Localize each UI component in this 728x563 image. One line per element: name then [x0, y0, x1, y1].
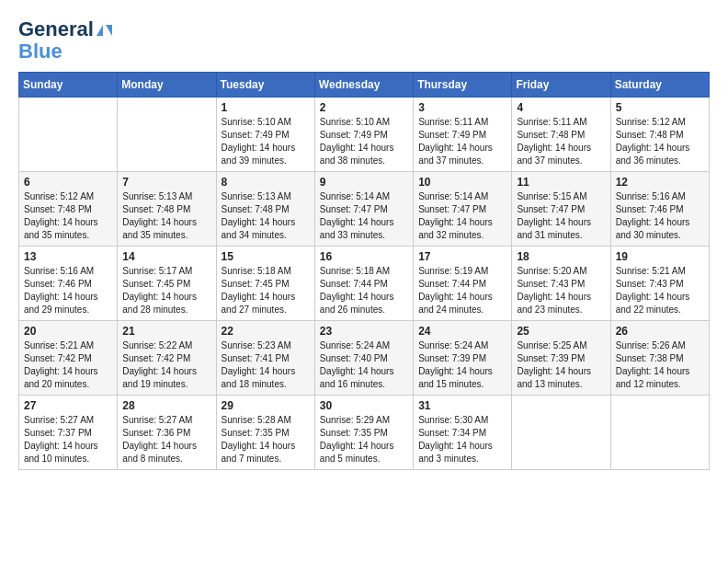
day-number: 15: [222, 250, 310, 263]
day-info: Sunrise: 5:30 AM Sunset: 7:34 PM Dayligh…: [418, 414, 506, 465]
day-cell: 23Sunrise: 5:24 AM Sunset: 7:40 PM Dayli…: [314, 321, 413, 396]
day-info: Sunrise: 5:19 AM Sunset: 7:44 PM Dayligh…: [418, 265, 506, 316]
day-cell: 7Sunrise: 5:13 AM Sunset: 7:48 PM Daylig…: [118, 172, 216, 247]
day-number: 17: [418, 250, 506, 263]
day-number: 12: [616, 176, 704, 189]
day-number: 28: [122, 399, 210, 412]
day-cell: 2Sunrise: 5:10 AM Sunset: 7:49 PM Daylig…: [314, 98, 413, 172]
day-cell: 24Sunrise: 5:24 AM Sunset: 7:39 PM Dayli…: [414, 321, 512, 396]
day-cell: 3Sunrise: 5:11 AM Sunset: 7:49 PM Daylig…: [414, 98, 512, 172]
day-cell: 5Sunrise: 5:12 AM Sunset: 7:48 PM Daylig…: [610, 98, 709, 172]
day-cell: 20Sunrise: 5:21 AM Sunset: 7:42 PM Dayli…: [19, 321, 118, 396]
day-number: 25: [517, 325, 605, 338]
day-info: Sunrise: 5:26 AM Sunset: 7:38 PM Dayligh…: [616, 339, 704, 391]
day-cell: 31Sunrise: 5:30 AM Sunset: 7:34 PM Dayli…: [414, 396, 512, 470]
week-row-2: 6Sunrise: 5:12 AM Sunset: 7:48 PM Daylig…: [19, 172, 710, 247]
day-cell: 14Sunrise: 5:17 AM Sunset: 7:45 PM Dayli…: [118, 247, 216, 321]
day-info: Sunrise: 5:20 AM Sunset: 7:43 PM Dayligh…: [517, 265, 605, 316]
day-info: Sunrise: 5:22 AM Sunset: 7:42 PM Dayligh…: [122, 339, 210, 391]
day-info: Sunrise: 5:24 AM Sunset: 7:40 PM Dayligh…: [320, 339, 408, 391]
weekday-header-tuesday: Tuesday: [216, 73, 314, 98]
weekday-header-wednesday: Wednesday: [314, 73, 413, 98]
day-cell: 16Sunrise: 5:18 AM Sunset: 7:44 PM Dayli…: [314, 247, 413, 321]
week-row-3: 13Sunrise: 5:16 AM Sunset: 7:46 PM Dayli…: [19, 247, 710, 321]
day-cell: 29Sunrise: 5:28 AM Sunset: 7:35 PM Dayli…: [216, 396, 314, 470]
day-number: 13: [24, 250, 112, 263]
weekday-header-monday: Monday: [118, 73, 216, 98]
week-row-4: 20Sunrise: 5:21 AM Sunset: 7:42 PM Dayli…: [19, 321, 710, 396]
day-info: Sunrise: 5:27 AM Sunset: 7:37 PM Dayligh…: [24, 414, 112, 465]
day-cell: 21Sunrise: 5:22 AM Sunset: 7:42 PM Dayli…: [118, 321, 216, 396]
day-cell: [118, 98, 216, 172]
day-cell: 12Sunrise: 5:16 AM Sunset: 7:46 PM Dayli…: [610, 172, 709, 247]
day-cell: 18Sunrise: 5:20 AM Sunset: 7:43 PM Dayli…: [512, 247, 610, 321]
day-number: 2: [320, 101, 408, 114]
day-cell: 17Sunrise: 5:19 AM Sunset: 7:44 PM Dayli…: [414, 247, 512, 321]
day-cell: 19Sunrise: 5:21 AM Sunset: 7:43 PM Dayli…: [610, 247, 709, 321]
day-info: Sunrise: 5:10 AM Sunset: 7:49 PM Dayligh…: [222, 116, 310, 167]
day-number: 27: [24, 399, 112, 412]
day-number: 30: [320, 399, 408, 412]
day-number: 18: [517, 250, 605, 263]
day-cell: 15Sunrise: 5:18 AM Sunset: 7:45 PM Dayli…: [216, 247, 314, 321]
day-info: Sunrise: 5:25 AM Sunset: 7:39 PM Dayligh…: [517, 339, 605, 391]
day-number: 11: [517, 176, 605, 189]
day-info: Sunrise: 5:28 AM Sunset: 7:35 PM Dayligh…: [222, 414, 310, 465]
day-info: Sunrise: 5:18 AM Sunset: 7:45 PM Dayligh…: [222, 265, 310, 316]
day-number: 1: [222, 101, 310, 114]
logo-general: General: [18, 18, 94, 40]
day-number: 24: [418, 325, 506, 338]
day-number: 22: [222, 325, 310, 338]
day-info: Sunrise: 5:17 AM Sunset: 7:45 PM Dayligh…: [122, 265, 210, 316]
day-number: 14: [122, 250, 210, 263]
day-info: Sunrise: 5:10 AM Sunset: 7:49 PM Dayligh…: [320, 116, 408, 167]
logo-blue: Blue: [18, 40, 63, 63]
day-cell: 13Sunrise: 5:16 AM Sunset: 7:46 PM Dayli…: [19, 247, 118, 321]
day-info: Sunrise: 5:12 AM Sunset: 7:48 PM Dayligh…: [616, 116, 704, 167]
day-info: Sunrise: 5:24 AM Sunset: 7:39 PM Dayligh…: [418, 339, 506, 391]
day-info: Sunrise: 5:21 AM Sunset: 7:42 PM Dayligh…: [24, 339, 112, 391]
weekday-header-saturday: Saturday: [610, 73, 709, 98]
day-number: 4: [517, 101, 605, 114]
day-number: 23: [320, 325, 408, 338]
day-number: 3: [418, 101, 506, 114]
day-info: Sunrise: 5:21 AM Sunset: 7:43 PM Dayligh…: [616, 265, 704, 316]
day-number: 19: [616, 250, 704, 263]
day-cell: 25Sunrise: 5:25 AM Sunset: 7:39 PM Dayli…: [512, 321, 610, 396]
logo-text-block: General Blue: [18, 18, 112, 63]
day-number: 6: [24, 176, 112, 189]
day-info: Sunrise: 5:29 AM Sunset: 7:35 PM Dayligh…: [320, 414, 408, 465]
day-cell: 26Sunrise: 5:26 AM Sunset: 7:38 PM Dayli…: [610, 321, 709, 396]
logo: General Blue: [18, 18, 112, 63]
day-number: 5: [616, 101, 704, 114]
day-number: 31: [418, 399, 506, 412]
day-cell: 11Sunrise: 5:15 AM Sunset: 7:47 PM Dayli…: [512, 172, 610, 247]
day-cell: 6Sunrise: 5:12 AM Sunset: 7:48 PM Daylig…: [19, 172, 118, 247]
day-info: Sunrise: 5:15 AM Sunset: 7:47 PM Dayligh…: [517, 190, 605, 242]
weekday-header-sunday: Sunday: [19, 73, 118, 98]
day-number: 16: [320, 250, 408, 263]
calendar-table: SundayMondayTuesdayWednesdayThursdayFrid…: [18, 72, 710, 470]
day-cell: 4Sunrise: 5:11 AM Sunset: 7:48 PM Daylig…: [512, 98, 610, 172]
day-cell: 22Sunrise: 5:23 AM Sunset: 7:41 PM Dayli…: [216, 321, 314, 396]
day-info: Sunrise: 5:16 AM Sunset: 7:46 PM Dayligh…: [24, 265, 112, 316]
day-info: Sunrise: 5:11 AM Sunset: 7:49 PM Dayligh…: [418, 116, 506, 167]
day-number: 9: [320, 176, 408, 189]
week-row-5: 27Sunrise: 5:27 AM Sunset: 7:37 PM Dayli…: [19, 396, 710, 470]
day-number: 21: [122, 325, 210, 338]
day-cell: [610, 396, 709, 470]
day-info: Sunrise: 5:13 AM Sunset: 7:48 PM Dayligh…: [122, 190, 210, 242]
page-header: General Blue: [18, 18, 710, 63]
day-cell: 30Sunrise: 5:29 AM Sunset: 7:35 PM Dayli…: [314, 396, 413, 470]
day-number: 29: [222, 399, 310, 412]
day-number: 7: [122, 176, 210, 189]
day-number: 10: [418, 176, 506, 189]
weekday-header-thursday: Thursday: [414, 73, 512, 98]
day-cell: 28Sunrise: 5:27 AM Sunset: 7:36 PM Dayli…: [118, 396, 216, 470]
day-info: Sunrise: 5:23 AM Sunset: 7:41 PM Dayligh…: [222, 339, 310, 391]
week-row-1: 1Sunrise: 5:10 AM Sunset: 7:49 PM Daylig…: [19, 98, 710, 172]
day-info: Sunrise: 5:14 AM Sunset: 7:47 PM Dayligh…: [320, 190, 408, 242]
day-info: Sunrise: 5:18 AM Sunset: 7:44 PM Dayligh…: [320, 265, 408, 316]
day-number: 20: [24, 325, 112, 338]
day-info: Sunrise: 5:16 AM Sunset: 7:46 PM Dayligh…: [616, 190, 704, 242]
